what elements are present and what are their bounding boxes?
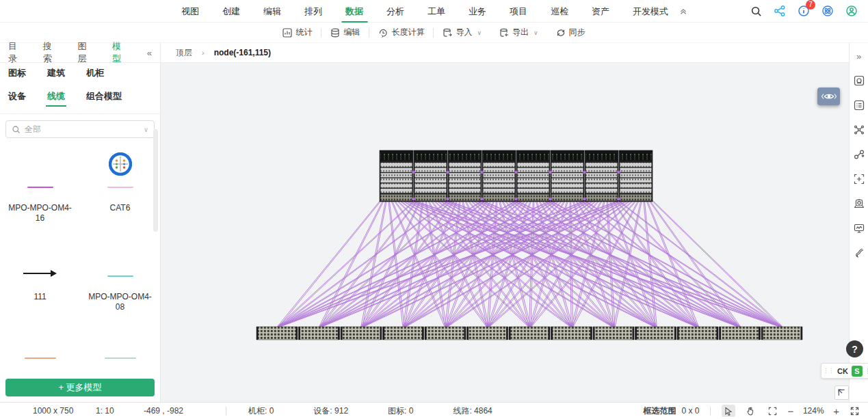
model-item-111[interactable]: 111 <box>0 263 80 312</box>
menu-edit[interactable]: 编辑 <box>263 0 281 23</box>
import-button[interactable]: 导入 ∨ <box>434 27 490 38</box>
tab-catalog[interactable]: 目录 <box>8 40 21 65</box>
length-calc-button[interactable]: 长度计算 <box>369 27 433 38</box>
link-chain-icon[interactable] <box>853 148 865 161</box>
zoom-in-button[interactable]: + <box>833 406 839 416</box>
tab-search[interactable]: 搜索 <box>43 40 56 65</box>
statusbar-divider <box>226 407 226 416</box>
data-toolbar: 统计 编辑 长度计算 导入 ∨ 导出 ∨ <box>0 23 868 43</box>
subtab-cables[interactable]: 线缆 <box>47 90 65 107</box>
sync-button[interactable]: 同步 <box>547 27 594 38</box>
menu-analysis[interactable]: 分析 <box>386 0 404 23</box>
sync-label: 同步 <box>569 27 586 38</box>
model-item-mpo-om4-16[interactable]: MPO-MPO-OM4-16 <box>0 136 80 224</box>
model-label: MPO-MPO-OM4-08 <box>88 292 153 312</box>
subtab-composite[interactable]: 组合模型 <box>86 90 122 107</box>
topology-canvas[interactable] <box>161 63 849 402</box>
drag-handle-icon[interactable]: ⋮⋮ <box>823 368 834 373</box>
share-icon[interactable] <box>773 4 787 18</box>
device-counter: 设备912 <box>313 405 348 417</box>
model-category-tabs: 图标 建筑 机柜 设备 线缆 组合模型 <box>0 63 160 114</box>
menu-asset[interactable]: 资产 <box>592 0 609 23</box>
model-list-scrollbar[interactable] <box>153 129 158 232</box>
fullscreen-icon[interactable] <box>847 405 861 417</box>
zoom-out-button[interactable]: − <box>787 406 793 416</box>
subtab-racks[interactable]: 机柜 <box>86 67 104 83</box>
export-label: 导出 <box>512 27 529 38</box>
menu-collapse-icon[interactable] <box>679 8 687 15</box>
select-cursor-icon[interactable] <box>722 405 735 417</box>
model-item-cat6[interactable]: CAT6 <box>80 136 160 224</box>
menu-workorder[interactable]: 工单 <box>428 0 445 23</box>
notification-info-icon[interactable]: 7 <box>797 4 811 18</box>
apps-grid-icon[interactable] <box>821 4 834 18</box>
main-area: 目录 搜索 图层 模型 « 图标 建筑 机柜 设备 线缆 组合模型 ∨ <box>0 43 868 402</box>
subtab-devices[interactable]: 设备 <box>8 90 26 107</box>
model-item-mpo-om4-08[interactable]: MPO-MPO-OM4-08 <box>80 263 160 312</box>
edit-data-label: 编辑 <box>343 27 360 38</box>
ime-sogou-icon[interactable]: S <box>852 366 863 377</box>
visibility-eye-button[interactable] <box>817 87 840 105</box>
model-label: CAT6 <box>88 203 153 213</box>
export-caret-icon: ∨ <box>534 29 538 36</box>
icon-counter: 图标0 <box>388 405 413 417</box>
subtab-icons[interactable]: 图标 <box>8 67 26 83</box>
model-label: 111 <box>8 292 73 302</box>
menu-inspection[interactable]: 巡检 <box>551 0 568 23</box>
app-window: 视图 创建 编辑 排列 数据 分析 工单 业务 项目 巡检 资产 开发模式 <box>0 0 868 419</box>
sidebar-tabs: 目录 搜索 图层 模型 « <box>0 43 160 63</box>
stats-button[interactable]: 统计 <box>274 27 321 38</box>
subtab-buildings[interactable]: 建筑 <box>47 67 65 83</box>
top-right-icons: 7 <box>749 4 858 18</box>
collapse-left-panel-icon[interactable]: « <box>147 48 152 58</box>
statusbar-controls: 框选范围 0 x 0 − 124% + <box>643 405 861 417</box>
export-button[interactable]: 导出 ∨ <box>490 27 547 38</box>
more-models-button[interactable]: + 更多模型 <box>5 379 155 396</box>
screen-view-icon[interactable] <box>853 75 865 87</box>
help-button[interactable]: ? <box>846 340 863 357</box>
menu-project[interactable]: 项目 <box>510 0 527 23</box>
menu-data[interactable]: 数据 <box>345 0 363 23</box>
menu-arrange[interactable]: 排列 <box>304 0 322 23</box>
cable-swatch <box>105 357 136 359</box>
search-icon[interactable] <box>749 4 763 18</box>
cable-wave-icon[interactable] <box>853 247 865 259</box>
topology-nodes-icon[interactable] <box>853 124 865 136</box>
breadcrumb-root[interactable]: 顶层 <box>176 47 192 59</box>
menu-view[interactable]: 视图 <box>181 0 199 23</box>
zoom-level: 124% <box>802 406 825 416</box>
model-item[interactable] <box>80 357 160 359</box>
fit-selection-icon[interactable] <box>765 405 779 417</box>
statusbar-divider <box>710 407 711 416</box>
monitor-chart-icon[interactable] <box>853 222 865 234</box>
cable-swatch <box>107 187 133 188</box>
model-list: MPO-MPO-OM4-16 <box>0 126 160 402</box>
model-item[interactable] <box>0 357 80 359</box>
menu-business[interactable]: 业务 <box>469 0 486 23</box>
cat6-cable-icon <box>109 152 132 176</box>
breadcrumb-separator-icon: › <box>202 49 205 57</box>
ime-toolbar[interactable]: ⋮⋮ CK S <box>821 363 868 379</box>
tab-layers[interactable]: 图层 <box>77 40 90 65</box>
detail-list-icon[interactable] <box>853 99 865 111</box>
minimap-toggle-button[interactable] <box>834 386 849 400</box>
edit-data-button[interactable]: 编辑 <box>321 27 369 38</box>
expand-right-panel-icon[interactable]: » <box>853 50 865 62</box>
selection-range-label: 框选范围 <box>643 405 676 417</box>
arrow-cable-swatch <box>23 270 57 277</box>
tab-models[interactable]: 模型 <box>112 40 125 65</box>
model-label: MPO-MPO-OM4-16 <box>8 203 73 224</box>
top-navigation: 视图 创建 编辑 排列 数据 分析 工单 业务 项目 巡检 资产 开发模式 <box>0 0 868 23</box>
pan-hand-icon[interactable] <box>744 405 757 417</box>
user-avatar-icon[interactable] <box>845 4 858 18</box>
canvas-info: 1000 x 750 1: 10 -469 , -982 <box>33 406 212 416</box>
cable-swatch <box>107 275 133 277</box>
breadcrumb: 顶层 › node(-161,115) <box>161 43 849 63</box>
print-icon[interactable] <box>853 198 865 210</box>
canvas-size: 1000 x 750 <box>33 406 96 416</box>
menu-devmode[interactable]: 开发模式 <box>633 0 668 23</box>
breadcrumb-current: node(-161,115) <box>214 48 271 57</box>
menu-create[interactable]: 创建 <box>222 0 240 23</box>
line-counter: 线路4864 <box>453 405 492 417</box>
selection-frame-icon[interactable] <box>853 173 865 185</box>
